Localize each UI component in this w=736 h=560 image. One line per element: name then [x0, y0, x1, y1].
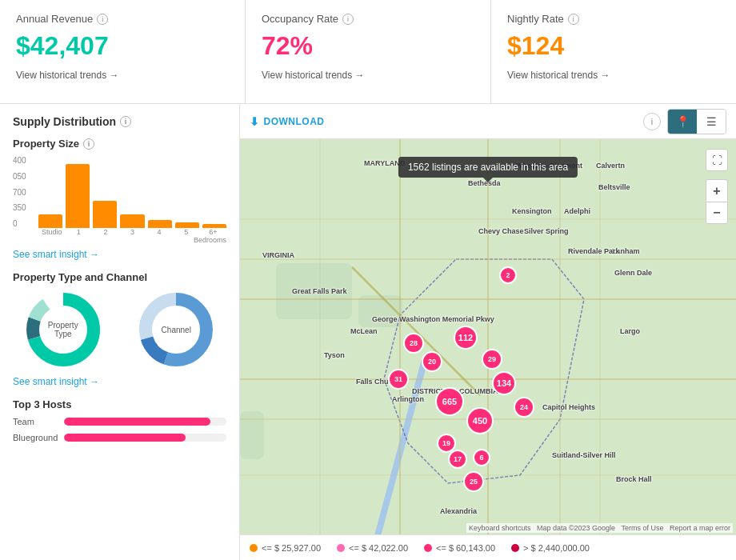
map-view-button[interactable]: 📍: [668, 110, 697, 134]
host-row: Blueground: [13, 433, 226, 442]
bar-chart-y-axis: 400 050 700 350 0: [13, 156, 35, 228]
map-park-3: [240, 411, 264, 459]
channel-donut: Channel: [136, 290, 216, 370]
map-place-p6: McLean: [350, 327, 378, 335]
download-icon: ⬇: [250, 115, 260, 128]
map-expand-button[interactable]: ⛶: [706, 149, 728, 171]
annual-revenue-info-icon[interactable]: i: [97, 14, 108, 25]
cluster-pin-c8[interactable]: 665: [435, 387, 464, 416]
bar-4: [148, 220, 172, 228]
map-zoom-controls: + −: [706, 179, 728, 224]
host-row: Team: [13, 417, 226, 426]
nightly-rate-text: Nightly Rate: [507, 13, 564, 25]
legend-label: <= $ 25,927.00: [262, 543, 321, 553]
annual-revenue-card: Annual Revenue i $42,407 View historical…: [0, 0, 246, 103]
map-place-p17: Lanham: [612, 247, 640, 255]
main-content: Supply Distribution i Property Size i 40…: [0, 104, 736, 560]
property-size-info-icon[interactable]: i: [83, 138, 94, 150]
cluster-pin-c3[interactable]: 20: [422, 351, 442, 372]
host-bar-fill: [64, 434, 186, 442]
legend-dot: [511, 544, 519, 552]
bar-2: [93, 201, 117, 228]
bar-5: [175, 222, 199, 228]
legend-dot: [250, 544, 258, 552]
supply-distribution-title: Supply Distribution i: [13, 115, 226, 128]
top-hosts-title: Top 3 Hosts: [13, 398, 226, 410]
top-hosts-section: Top 3 Hosts Team Blueground: [13, 398, 226, 442]
donut-charts-row: Property Type: [13, 290, 226, 370]
nightly-rate-info-icon[interactable]: i: [568, 14, 579, 25]
annual-revenue-text: Annual Revenue: [16, 13, 93, 25]
map-legend: <= $ 25,927.00 <= $ 42,022.00 <= $ 60,14…: [240, 534, 736, 560]
download-label: DOWNLOAD: [264, 116, 325, 127]
map-attribution: Keyboard shortcuts Map data ©2023 Google…: [466, 523, 733, 533]
supply-distribution-label: Supply Distribution: [13, 115, 116, 128]
legend-item: <= $ 42,022.00: [337, 543, 408, 553]
map-info-icon[interactable]: i: [643, 113, 661, 130]
map-place-p8: Alexandria: [440, 507, 477, 515]
map-place-p18: Glenn Dale: [614, 269, 652, 277]
download-button[interactable]: ⬇ DOWNLOAD: [250, 115, 325, 128]
list-view-button[interactable]: ☰: [697, 110, 726, 134]
top-hosts-label: Top 3 Hosts: [13, 398, 71, 410]
map-place-p11: VIRGINIA: [262, 251, 294, 259]
bar-3: [120, 214, 144, 228]
property-size-title: Property Size i: [13, 138, 226, 150]
hosts-list: Team Blueground: [13, 417, 226, 442]
property-type-donut: Property Type: [23, 290, 103, 370]
zoom-out-button[interactable]: −: [706, 202, 728, 224]
cluster-pin-c12[interactable]: 17: [448, 450, 467, 469]
smart-insight-link-1[interactable]: See smart insight →: [13, 249, 226, 260]
occupancy-rate-text: Occupancy Rate: [262, 13, 338, 25]
nightly-rate-link[interactable]: View historical trends →: [507, 70, 610, 81]
cluster-pin-c9[interactable]: 450: [466, 407, 494, 434]
bar-chart-x-axis: Studio123456+Bedrooms: [38, 228, 226, 244]
cluster-pin-c4[interactable]: 112: [454, 326, 478, 350]
map-boundary-svg: [240, 139, 736, 534]
legend-label: <= $ 60,143.00: [436, 543, 495, 553]
legend-label: > $ 2,440,000.00: [523, 543, 590, 553]
occupancy-rate-value: 72%: [262, 31, 474, 61]
map-park-2: [358, 295, 402, 327]
property-type-section: Property Type and Channel: [13, 271, 226, 370]
map-place-p21: Suitland-Silver Hill: [552, 451, 616, 459]
map-toolbar-right: i 📍 ☰: [643, 109, 726, 134]
host-bar-track: [64, 418, 226, 426]
cluster-pin-c10[interactable]: 24: [514, 397, 534, 418]
nightly-rate-card: Nightly Rate i $124 View historical tren…: [491, 0, 736, 103]
cluster-pin-c2[interactable]: 28: [403, 333, 424, 354]
cluster-pin-c7[interactable]: 134: [492, 371, 516, 395]
annual-revenue-label: Annual Revenue i: [16, 13, 229, 25]
top-stats-row: Annual Revenue i $42,407 View historical…: [0, 0, 736, 104]
map-place-p13: Tyson: [324, 351, 345, 359]
cluster-pin-c1[interactable]: 2: [499, 266, 517, 284]
map-place-p7: Arlington: [392, 395, 424, 403]
map-park-great-falls: [276, 263, 352, 319]
legend-item: <= $ 60,143.00: [424, 543, 495, 553]
supply-distribution-info-icon[interactable]: i: [120, 116, 131, 127]
property-type-channel-title: Property Type and Channel: [13, 271, 226, 283]
occupancy-rate-link[interactable]: View historical trends →: [262, 70, 365, 81]
legend-item: > $ 2,440,000.00: [511, 543, 590, 553]
map-area[interactable]: 1562 listings are available in this area: [240, 139, 736, 534]
map-place-p22: Brock Hall: [616, 475, 652, 483]
property-type-channel-label: Property Type and Channel: [13, 271, 147, 283]
occupancy-rate-label: Occupancy Rate i: [262, 13, 474, 25]
zoom-in-button[interactable]: +: [706, 179, 728, 202]
smart-insight-link-2[interactable]: See smart insight →: [13, 376, 226, 387]
property-type-donut-wrapper: Property Type: [13, 290, 114, 370]
cluster-pin-c6[interactable]: 29: [482, 349, 502, 370]
map-toolbar: ⬇ DOWNLOAD i 📍 ☰: [240, 104, 736, 139]
occupancy-rate-info-icon[interactable]: i: [342, 14, 354, 25]
left-panel: Supply Distribution i Property Size i 40…: [0, 104, 240, 560]
cluster-pin-c5[interactable]: 31: [388, 369, 409, 390]
channel-donut-wrapper: Channel: [126, 290, 227, 370]
cluster-pin-c14[interactable]: 25: [463, 471, 484, 492]
right-panel: ⬇ DOWNLOAD i 📍 ☰ 1562 listings are avail…: [240, 104, 736, 560]
map-listings-tooltip: 1562 listings are available in this area: [398, 157, 578, 178]
annual-revenue-value: $42,407: [16, 31, 229, 61]
host-name: Team: [13, 417, 59, 426]
cluster-pin-c13[interactable]: 6: [473, 449, 490, 466]
annual-revenue-link[interactable]: View historical trends →: [16, 70, 119, 81]
legend-label: <= $ 42,022.00: [349, 543, 408, 553]
